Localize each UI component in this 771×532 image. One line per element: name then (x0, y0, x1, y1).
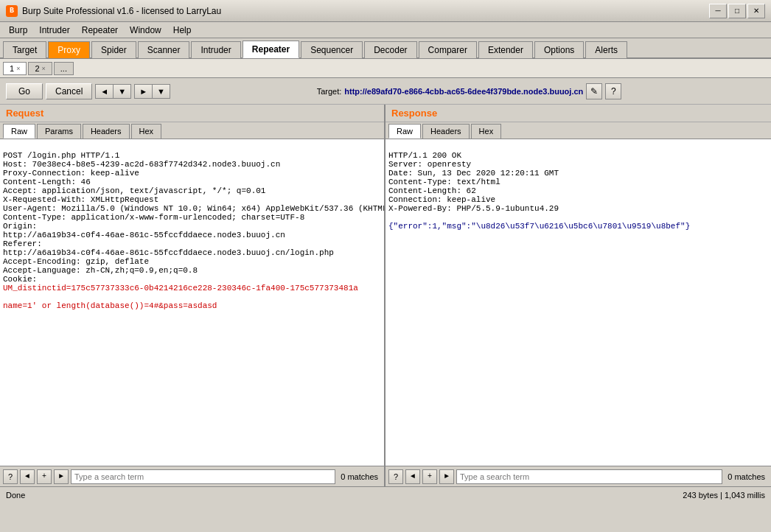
response-tab-headers[interactable]: Headers (422, 124, 470, 139)
request-panel-tabs: Raw Params Headers Hex (0, 122, 384, 139)
request-content[interactable]: POST /login.php HTTP/1.1 Host: 70e38ec4-… (0, 139, 384, 466)
tab-decoder[interactable]: Decoder (364, 41, 416, 58)
nav-back-button[interactable]: ◄ (96, 85, 114, 98)
response-search-prev[interactable]: ◄ (405, 469, 420, 484)
tab-extender[interactable]: Extender (478, 41, 533, 58)
request-content-wrapper: POST /login.php HTTP/1.1 Host: 70e38ec4-… (0, 139, 384, 466)
status-left: Done (6, 491, 25, 500)
request-tab-hex[interactable]: Hex (131, 124, 162, 139)
title-text: Burp Suite Professional v1.6 - licensed … (22, 6, 221, 16)
edit-target-button[interactable]: ✎ (586, 83, 602, 99)
menu-item-window[interactable]: Window (124, 24, 167, 37)
go-button[interactable]: Go (6, 83, 43, 99)
title-bar-left: B Burp Suite Professional v1.6 - license… (6, 5, 221, 17)
response-panel-tabs: Raw Headers Hex (386, 122, 771, 139)
maximize-button[interactable]: □ (728, 4, 746, 18)
response-text: HTTP/1.1 200 OK Server: openresty Date: … (388, 151, 690, 231)
nav-forward-button[interactable]: ► (135, 85, 153, 98)
response-content[interactable]: HTTP/1.1 200 OK Server: openresty Date: … (386, 139, 771, 466)
request-text: POST /login.php HTTP/1.1 Host: 70e38ec4-… (3, 151, 384, 310)
repeater-tab-2-close[interactable]: × (42, 65, 46, 72)
response-search-next[interactable]: + (422, 469, 437, 484)
response-search-bar: ? ◄ + ► 0 matches (386, 466, 771, 486)
menu-item-help[interactable]: Help (167, 24, 198, 37)
tab-repeater[interactable]: Repeater (243, 41, 299, 58)
repeater-tab-more[interactable]: ... (54, 62, 74, 75)
main-tabs: Target Proxy Spider Scanner Intruder Rep… (0, 38, 771, 59)
response-search-input[interactable] (456, 469, 722, 484)
window-controls: ─ □ ✕ (709, 4, 765, 18)
request-search-next[interactable]: + (37, 469, 52, 484)
nav-forward-dropdown[interactable]: ▼ (153, 85, 170, 98)
target-section: Target: http://e89afd70-e866-4cbb-ac65-6… (173, 83, 765, 99)
cookie-value: UM_distinctid=175c57737333c6-0b4214216ce… (3, 284, 358, 293)
request-panel: Request Raw Params Headers Hex POST /log… (0, 105, 386, 486)
response-content-wrapper: HTTP/1.1 200 OK Server: openresty Date: … (386, 139, 771, 466)
tab-proxy[interactable]: Proxy (48, 41, 90, 58)
request-search-input[interactable] (71, 469, 335, 484)
tab-spider[interactable]: Spider (91, 41, 136, 58)
response-tab-raw[interactable]: Raw (388, 124, 421, 139)
request-search-matches: 0 matches (338, 472, 381, 481)
content-area: Request Raw Params Headers Hex POST /log… (0, 105, 771, 486)
tab-alerts[interactable]: Alerts (585, 41, 627, 58)
app-icon: B (6, 5, 18, 17)
title-bar: B Burp Suite Professional v1.6 - license… (0, 0, 771, 22)
tab-target[interactable]: Target (3, 41, 46, 58)
request-search-next2[interactable]: ► (54, 469, 69, 484)
request-search-help[interactable]: ? (3, 469, 18, 484)
response-json: {"error":1,"msg":"\u8d26\u53f7\u6216\u5b… (388, 222, 690, 231)
request-tab-headers[interactable]: Headers (83, 124, 130, 139)
response-tab-hex[interactable]: Hex (471, 124, 502, 139)
menu-bar: Burp Intruder Repeater Window Help (0, 22, 771, 38)
response-panel: Response Raw Headers Hex HTTP/1.1 200 OK… (386, 105, 771, 486)
nav-back-group: ◄ ▼ (95, 84, 131, 99)
response-search-matches: 0 matches (725, 472, 768, 481)
menu-item-intruder[interactable]: Intruder (33, 24, 75, 37)
response-panel-header: Response (386, 105, 771, 122)
request-tab-raw[interactable]: Raw (3, 124, 35, 139)
tab-sequencer[interactable]: Sequencer (301, 41, 363, 58)
menu-item-burp[interactable]: Burp (3, 24, 33, 37)
tab-intruder[interactable]: Intruder (191, 41, 240, 58)
repeater-tab-2[interactable]: 2 × (28, 62, 52, 75)
repeater-tab-1-close[interactable]: × (16, 65, 20, 72)
cancel-button[interactable]: Cancel (46, 83, 92, 99)
status-right: 243 bytes | 1,043 millis (683, 491, 765, 500)
response-search-help[interactable]: ? (388, 469, 403, 484)
repeater-tab-more-label: ... (60, 64, 67, 73)
nav-back-dropdown[interactable]: ▼ (114, 85, 130, 98)
target-label: Target: (317, 87, 342, 96)
nav-forward-group: ► ▼ (134, 84, 170, 99)
repeater-tab-1[interactable]: 1 × (3, 62, 27, 75)
request-panel-header: Request (0, 105, 384, 122)
repeater-tab-1-label: 1 (10, 64, 14, 73)
repeater-tab-2-label: 2 (35, 64, 39, 73)
help-target-button[interactable]: ? (605, 83, 621, 99)
target-url: http://e89afd70-e866-4cbb-ac65-6dee4f379… (344, 87, 583, 96)
injection-line: name=1' or length(database())=4#&pass=as… (3, 301, 217, 310)
tab-scanner[interactable]: Scanner (138, 41, 190, 58)
toolbar: Go Cancel ◄ ▼ ► ▼ Target: http://e89afd7… (0, 78, 771, 105)
minimize-button[interactable]: ─ (709, 4, 727, 18)
request-search-bar: ? ◄ + ► 0 matches (0, 466, 384, 486)
request-tab-params[interactable]: Params (37, 124, 81, 139)
tab-comparer[interactable]: Comparer (419, 41, 477, 58)
menu-item-repeater[interactable]: Repeater (76, 24, 124, 37)
request-search-prev[interactable]: ◄ (20, 469, 35, 484)
close-button[interactable]: ✕ (747, 4, 765, 18)
repeater-tabs: 1 × 2 × ... (0, 59, 771, 78)
status-bar: Done 243 bytes | 1,043 millis (0, 486, 771, 503)
response-search-next2[interactable]: ► (439, 469, 454, 484)
tab-options[interactable]: Options (534, 41, 584, 58)
